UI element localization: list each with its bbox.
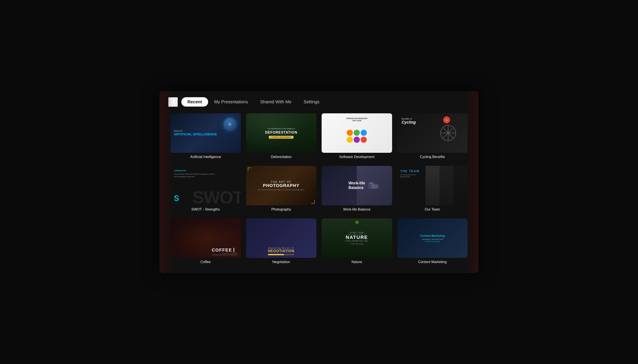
nature-author: Frank Lloyd Wright [345,243,369,244]
card-label-softdev: Software Development [322,155,392,160]
card-nature[interactable]: 🌿 STUDY, LOVE AND STAY CLOSE TO NATURE I… [322,218,392,266]
card-label-coffee: Coffee [170,260,241,265]
card-label-ourteam: Our Team [397,208,468,212]
softdev-inner: Software DevelopmentLife Cycle [324,116,390,150]
card-cycling[interactable]: Benefits of Cycling 🚴 Cycling Benefits [397,113,468,162]
app-container: Recent My Presentations Shared With Me S… [160,91,478,273]
ourteam-content: THE TEAM Our employees are our greatest … [400,169,420,178]
card-ai[interactable]: ERA OF ARTIFICIAL INTELLIGENCE Artificia… [170,113,241,162]
photo-frame-br [311,200,315,204]
card-ourteam[interactable]: THE TEAM Our employees are our greatest … [397,166,468,214]
thumb-cycling: Benefits of Cycling 🚴 [397,113,468,153]
ourteam-tagline: Our employees are our greatest asset. [400,174,418,178]
contentmkt-sub: campaign to generate leads [420,238,445,240]
svg-rect-9 [372,184,378,189]
card-photography[interactable]: THE ART OF PHOTOGRAPHY An unconventional… [246,166,316,214]
nature-content: STUDY, LOVE AND STAY CLOSE TO NATURE IT … [342,229,371,247]
deforestation-title: DEFORESTATION [265,130,297,134]
swot-strengths-label: STRENGTHS [174,169,216,172]
thumb-deforestation: An introduction to the impact of DEFORES… [246,113,316,153]
tab-settings[interactable]: Settings [298,97,326,106]
card-worklife[interactable]: Work-lifeBalance Work-life Balance [322,166,392,214]
card-label-photography: Photography [246,208,316,212]
card-label-deforestation: Deforestation [246,155,316,160]
swot-text: STRENGTHS Internal factors that have led… [174,169,216,178]
photo-content: THE ART OF PHOTOGRAPHY An unconventional… [255,178,307,193]
person-3 [454,166,468,205]
cycling-content: Benefits of Cycling [402,118,416,125]
card-negotiation[interactable]: Mastering the art of NEGOTIATION Negotia… [246,218,316,266]
ourteam-people [426,166,468,205]
softdev-title: Software DevelopmentLife Cycle [346,117,368,122]
card-swot[interactable]: STRENGTHS Internal factors that have led… [170,166,241,214]
worklife-content: Work-lifeBalance [346,178,368,193]
card-label-negotiation: Negotiation [246,260,316,265]
softdev-circles [347,130,367,143]
nature-title: NATURE [345,235,369,240]
card-contentmkt[interactable]: Content Marketing campaign to generate l… [397,218,468,266]
swot-description: Internal factors that have led the compa… [174,173,215,178]
card-label-contentmkt: Content Marketing [397,260,468,265]
worklife-title: Work-lifeBalance [349,181,365,190]
swot-letter: S [174,194,179,202]
thumb-swot: STRENGTHS Internal factors that have led… [170,166,241,205]
thumb-ourteam: THE TEAM Our employees are our greatest … [397,166,468,205]
svg-point-10 [370,182,372,184]
ai-orb [223,118,236,131]
card-label-ai: Artificial Intelligence [170,155,241,160]
card-label-worklife: Work-life Balance [322,208,392,212]
svg-line-1 [174,103,175,104]
card-coffee[interactable]: COFFEE STRONG COFFEESTRONGER RELATIONSHI… [170,218,241,266]
contentmkt-corp: For Zyber Corporation [420,241,445,242]
sc-deployment [354,137,360,143]
contentmkt-title: Content Marketing [420,234,445,238]
nature-study: STUDY, LOVE [345,232,369,234]
negotiation-bar [268,254,294,255]
coffee-title: COFFEE [212,248,232,252]
tab-my-presentations[interactable]: My Presentations [208,97,254,106]
cycling-title-text: Cycling [402,120,416,125]
photo-title: PHOTOGRAPHY [258,183,304,188]
tab-recent[interactable]: Recent [181,97,208,106]
sc-support [354,130,360,136]
deforestation-badge: SCIENCE DEPARTMENT [269,136,293,139]
tab-shared-with-me[interactable]: Shared With Me [254,97,297,106]
person-1 [426,166,440,205]
thumb-coffee: COFFEE STRONG COFFEESTRONGER RELATIONSHI… [170,218,241,258]
negotiation-title: NEGOTIATION [268,249,294,253]
coffee-content: COFFEE STRONG COFFEESTRONGER RELATIONSHI… [212,248,238,256]
nature-leaf: 🌿 [355,220,359,224]
presentation-grid: ERA OF ARTIFICIAL INTELLIGENCE Artificia… [160,111,478,273]
photo-sub: An unconventional take on modern photogr… [258,189,304,191]
person-2 [439,166,454,205]
coffee-line [233,248,234,252]
photo-frame-tl [248,168,251,171]
nav-tabs: Recent My Presentations Shared With Me S… [181,97,326,106]
negotiation-mastering: Mastering the art of [268,247,294,249]
thumb-contentmkt: Content Marketing campaign to generate l… [397,218,468,258]
photo-the-art: THE ART OF [258,180,304,183]
swot-content: S [174,194,179,202]
card-softdev[interactable]: Software DevelopmentLife Cycle Software … [322,113,392,162]
contentmkt-content: Content Marketing campaign to generate l… [420,234,445,242]
ai-title-text: ARTIFICIAL INTELLIGENCE [174,132,237,136]
card-label-nature: Nature [322,260,392,265]
sc-testing [361,137,367,143]
nature-never: IT WILL NEVER FAIL YOU. [345,240,369,242]
sc-concept [347,137,353,143]
thumb-worklife: Work-lifeBalance [322,166,392,205]
coffee-sub: STRONG COFFEESTRONGER RELATIONSHIPS [212,252,238,256]
ourteam-title: THE TEAM [400,169,420,173]
negotiation-content: Mastering the art of NEGOTIATION [268,247,294,255]
card-label-cycling: Cycling Benefits [397,155,468,160]
sc-design [347,130,353,136]
deforestation-intro: An introduction to the impact of [265,128,297,130]
thumb-nature: 🌿 STUDY, LOVE AND STAY CLOSE TO NATURE I… [322,218,392,258]
card-deforestation[interactable]: An introduction to the impact of DEFORES… [246,113,316,162]
thumb-softdev: Software DevelopmentLife Cycle [322,113,392,153]
thumb-negotiation: Mastering the art of NEGOTIATION [246,218,316,258]
thumb-photography: THE ART OF PHOTOGRAPHY An unconventional… [246,166,316,205]
cycling-badge: 🚴 [443,116,450,123]
thumb-ai: ERA OF ARTIFICIAL INTELLIGENCE [170,113,241,153]
search-button[interactable] [168,97,178,107]
